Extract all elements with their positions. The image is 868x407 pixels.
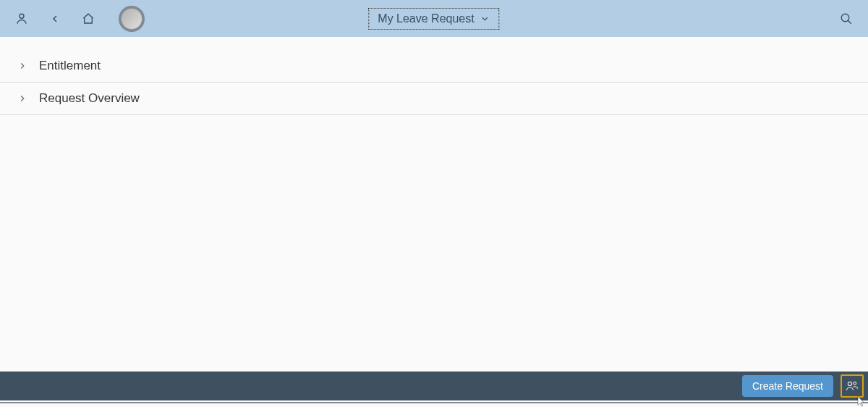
people-icon	[846, 379, 859, 393]
team-calendar-button[interactable]	[841, 374, 864, 398]
svg-point-1	[841, 14, 849, 22]
page-title-dropdown[interactable]: My Leave Request	[368, 8, 499, 30]
chevron-down-icon	[480, 14, 490, 24]
section-entitlement[interactable]: Entitlement	[0, 50, 868, 83]
page-title-text: My Leave Request	[378, 12, 474, 25]
svg-point-0	[20, 14, 24, 18]
section-request-overview[interactable]: Request Overview	[0, 83, 868, 115]
home-icon[interactable]	[81, 12, 95, 26]
chevron-right-icon	[17, 61, 27, 71]
app-header: My Leave Request	[0, 0, 868, 37]
content-area: Entitlement Request Overview	[0, 37, 868, 115]
section-label: Entitlement	[39, 59, 101, 73]
section-label: Request Overview	[39, 91, 140, 106]
user-icon[interactable]	[14, 12, 29, 26]
search-icon[interactable]	[839, 12, 854, 26]
header-left-group	[14, 6, 145, 32]
svg-point-3	[848, 382, 851, 385]
svg-line-2	[848, 20, 851, 24]
create-request-button[interactable]: Create Request	[742, 375, 833, 397]
org-logo[interactable]	[119, 6, 145, 32]
svg-point-4	[854, 382, 856, 385]
header-right-group	[839, 12, 854, 26]
footer-toolbar: Create Request	[0, 372, 868, 400]
bottom-divider	[0, 402, 868, 403]
chevron-right-icon	[17, 93, 27, 104]
back-icon[interactable]	[48, 12, 62, 26]
